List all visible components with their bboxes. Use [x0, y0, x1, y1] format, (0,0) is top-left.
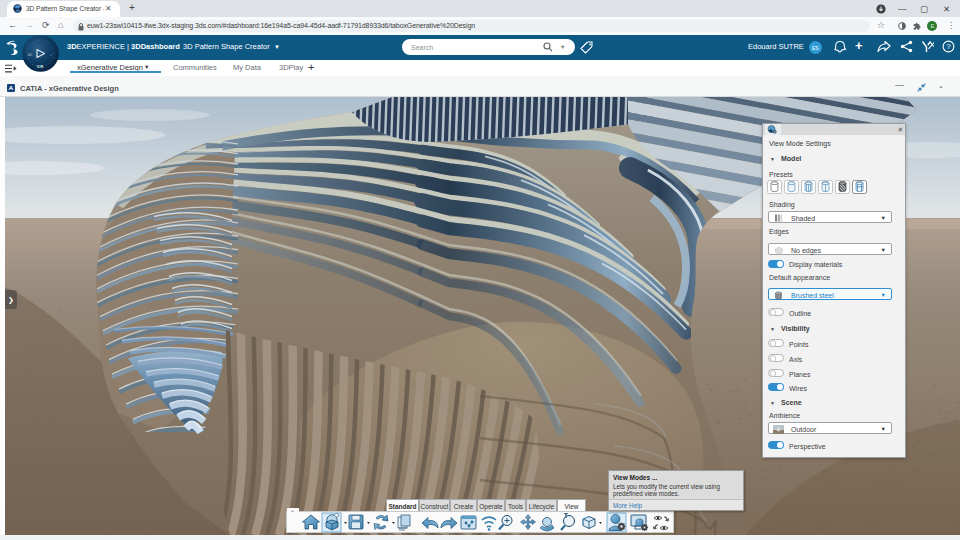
- svg-text:V.R: V.R: [37, 64, 44, 69]
- svg-text:ı: ı: [51, 53, 52, 57]
- svg-text:?: ?: [946, 42, 951, 51]
- svg-text:3D: 3D: [28, 53, 33, 57]
